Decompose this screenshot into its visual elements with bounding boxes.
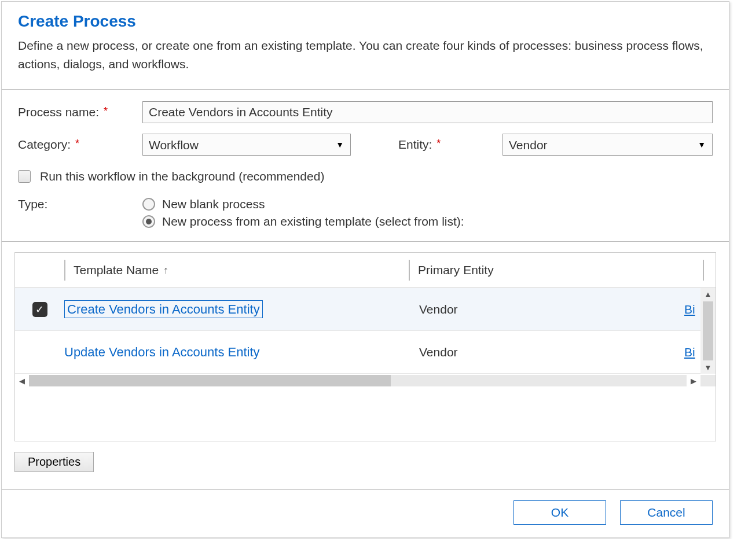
- table-body: ✓ Create Vendors in Accounts Entity Vend…: [15, 288, 716, 374]
- scroll-down-icon[interactable]: ▼: [705, 362, 712, 374]
- scroll-right-icon[interactable]: ▶: [687, 377, 700, 385]
- row-extra-cell[interactable]: Bi: [684, 303, 700, 316]
- label-text: Process name:: [18, 105, 99, 119]
- ok-button[interactable]: OK: [513, 500, 606, 525]
- th-label: Primary Entity: [418, 263, 494, 277]
- process-name-row: Process name: *: [18, 101, 713, 123]
- radio-icon: [142, 215, 155, 228]
- scrollbar-corner: [700, 375, 716, 386]
- th-primary-entity[interactable]: Primary Entity: [409, 260, 689, 281]
- check-icon: ✓: [35, 303, 44, 316]
- process-name-input[interactable]: [142, 101, 713, 123]
- row-entity-cell: Vendor: [409, 345, 684, 359]
- radio-label: New blank process: [162, 197, 265, 211]
- column-separator-icon: [409, 260, 410, 281]
- type-row: Type: New blank process New process from…: [18, 197, 713, 229]
- type-label: Type:: [18, 197, 142, 211]
- sort-asc-icon: ↑: [163, 264, 168, 277]
- table-header: Template Name ↑ Primary Entity: [15, 253, 716, 288]
- column-separator-icon: [703, 260, 704, 281]
- th-template-name[interactable]: Template Name ↑: [64, 260, 409, 281]
- dialog-subtitle: Define a new process, or create one from…: [18, 36, 713, 73]
- label-text: Category:: [18, 138, 71, 152]
- radio-icon: [142, 198, 155, 211]
- run-background-row: Run this workflow in the background (rec…: [18, 170, 713, 183]
- table-row[interactable]: Update Vendors in Accounts Entity Vendor…: [15, 331, 716, 374]
- template-link[interactable]: Create Vendors in Accounts Entity: [64, 300, 263, 318]
- category-entity-row: Category: * Workflow ▼ Entity: * Vendor …: [18, 134, 713, 156]
- below-table: Properties: [2, 441, 729, 489]
- category-label: Category: *: [18, 138, 142, 152]
- entity-select-wrap: Vendor ▼: [502, 134, 713, 156]
- required-icon: *: [75, 138, 79, 150]
- row-entity-cell: Vendor: [409, 303, 684, 316]
- row-checkbox-checked[interactable]: ✓: [32, 302, 47, 317]
- row-extra-cell[interactable]: Bi: [684, 345, 700, 359]
- required-icon: *: [104, 105, 108, 117]
- th-extra: [689, 260, 716, 281]
- dialog-footer: OK Cancel: [2, 489, 729, 537]
- horizontal-scrollbar[interactable]: ◀ ▶: [15, 374, 716, 388]
- row-name-cell: Create Vendors in Accounts Entity: [64, 302, 409, 317]
- column-separator-icon: [64, 260, 65, 281]
- type-radio-blank[interactable]: New blank process: [142, 197, 464, 211]
- cancel-button[interactable]: Cancel: [620, 500, 713, 525]
- dialog-header: Create Process Define a new process, or …: [2, 2, 729, 89]
- scrollbar-thumb[interactable]: [703, 301, 713, 360]
- label-text: Entity:: [398, 138, 432, 152]
- process-name-label: Process name: *: [18, 105, 142, 119]
- scrollbar-thumb[interactable]: [29, 375, 391, 386]
- th-label: Template Name: [74, 263, 159, 277]
- entity-label: Entity: *: [398, 138, 502, 152]
- entity-select[interactable]: Vendor: [502, 134, 713, 156]
- type-radio-group: New blank process New process from an ex…: [142, 197, 464, 229]
- table-empty-area: [15, 388, 716, 441]
- vertical-scrollbar[interactable]: ▲ ▼: [700, 288, 716, 374]
- th-checkbox: [15, 260, 64, 281]
- create-process-dialog: Create Process Define a new process, or …: [1, 1, 729, 538]
- properties-button[interactable]: Properties: [14, 452, 94, 472]
- template-table: Template Name ↑ Primary Entity ✓ Create …: [14, 252, 716, 441]
- category-select[interactable]: Workflow: [142, 134, 351, 156]
- radio-label: New process from an existing template (s…: [162, 215, 464, 229]
- required-icon: *: [436, 138, 441, 150]
- run-background-checkbox[interactable]: [18, 170, 31, 183]
- dialog-title: Create Process: [18, 12, 713, 31]
- table-row[interactable]: ✓ Create Vendors in Accounts Entity Vend…: [15, 288, 716, 331]
- scroll-left-icon[interactable]: ◀: [15, 377, 29, 385]
- run-background-label: Run this workflow in the background (rec…: [40, 170, 324, 183]
- scroll-up-icon[interactable]: ▲: [705, 288, 712, 300]
- form-area: Process name: * Category: * Workflow ▼ E…: [2, 90, 729, 241]
- category-select-wrap: Workflow ▼: [142, 134, 351, 156]
- row-name-cell: Update Vendors in Accounts Entity: [64, 345, 409, 360]
- row-check-cell: ✓: [15, 302, 64, 317]
- type-radio-template[interactable]: New process from an existing template (s…: [142, 215, 464, 229]
- label-text: Type:: [18, 197, 47, 211]
- template-link[interactable]: Update Vendors in Accounts Entity: [64, 345, 260, 359]
- scrollbar-track[interactable]: [29, 375, 687, 386]
